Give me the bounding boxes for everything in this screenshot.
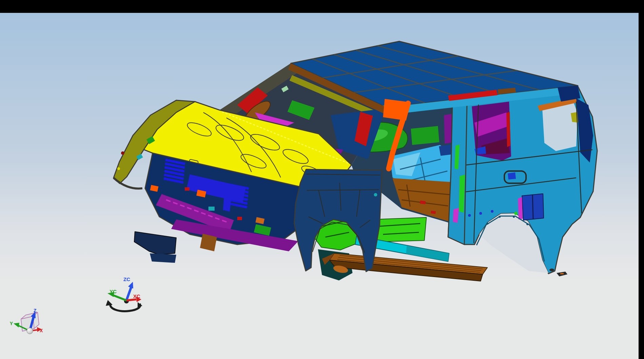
fender-cyan-dot (374, 193, 377, 196)
csys-y-label: Y (10, 321, 13, 326)
fender-red-dot (121, 151, 124, 155)
debris-part-small[interactable] (549, 269, 554, 271)
top-black-bar (0, 0, 644, 13)
fender-yellow-dot (117, 167, 120, 170)
front-teal-bit (208, 207, 215, 211)
door-step-floor-green[interactable] (373, 217, 426, 242)
arch-green-bit (514, 212, 518, 215)
interior-green-panel[interactable] (411, 126, 439, 145)
wcs-x-label: XC (133, 293, 140, 299)
rear-interior-red-sliver (506, 112, 510, 147)
quarter-window-opening[interactable] (542, 102, 578, 151)
wcs-z-label: ZC (123, 276, 130, 282)
arch-magenta-sliver (518, 197, 523, 219)
door-handle-blue-part (508, 172, 516, 180)
front-red-bit (185, 187, 189, 191)
csys-z-label: Z (34, 308, 37, 313)
fuel-tank-seam (532, 194, 533, 219)
viewport-3d[interactable]: ZC YC XC Z Y X (0, 0, 644, 359)
csys-origin-ball (27, 328, 33, 334)
debris-orange-detail (560, 273, 564, 274)
front-chin-panel2 (150, 253, 176, 263)
csys-x-label: X (40, 328, 43, 333)
cad-application-window: ZC YC XC Z Y X (0, 0, 644, 359)
front-red-bit2 (237, 217, 242, 220)
wcs-x-axis[interactable] (126, 299, 136, 300)
right-black-bar (639, 0, 644, 359)
wcs-y-label: YC (109, 289, 117, 294)
